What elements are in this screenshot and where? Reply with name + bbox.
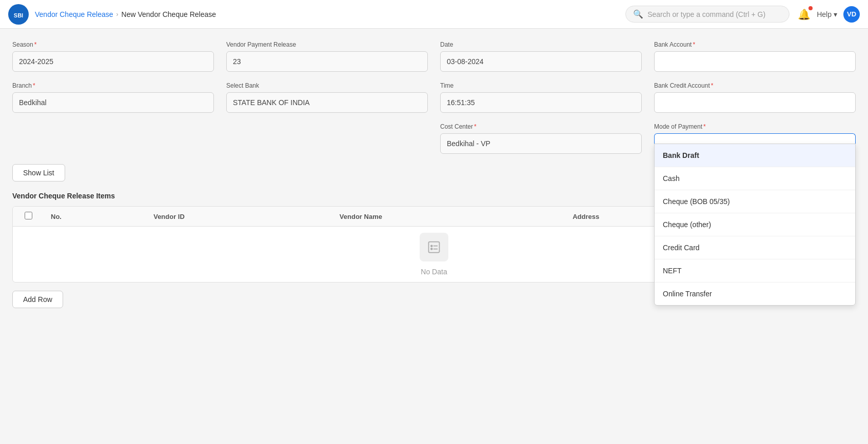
col-vendor-id: Vendor ID	[146, 207, 332, 227]
branch-input[interactable]	[12, 92, 214, 113]
form-row-2: Branch* Select Bank Time Bank Credit Acc…	[12, 82, 856, 113]
breadcrumb-separator: ›	[116, 11, 119, 18]
cost-center-input[interactable]	[440, 133, 642, 154]
dropdown-item-online-transfer[interactable]: Online Transfer	[655, 282, 855, 305]
date-label: Date	[440, 41, 642, 48]
vendor-payment-input[interactable]	[226, 51, 428, 72]
search-bar: 🔍	[625, 6, 790, 23]
dropdown-item-neft[interactable]: NEFT	[655, 259, 855, 282]
top-navigation: SBI Vendor Cheque Release › New Vendor C…	[0, 0, 868, 29]
bank-account-label: Bank Account*	[654, 41, 856, 48]
select-bank-field: Select Bank	[226, 82, 428, 113]
mode-of-payment-dropdown: Bank Draft Cash Cheque (BOB 05/35) Chequ…	[654, 144, 856, 306]
breadcrumb-current: New Vendor Cheque Release	[122, 10, 216, 18]
vendor-payment-field: Vendor Payment Release	[226, 41, 428, 72]
mode-of-payment-label: Mode of Payment*	[654, 123, 856, 130]
col-checkbox	[13, 207, 44, 227]
no-data-icon	[420, 233, 448, 261]
dropdown-item-cash[interactable]: Cash	[655, 167, 855, 190]
col-vendor-name: Vendor Name	[332, 207, 565, 227]
bank-account-field: Bank Account*	[654, 41, 856, 72]
help-menu[interactable]: Help ▾	[817, 10, 837, 18]
dropdown-item-cheque-other[interactable]: Cheque (other)	[655, 213, 855, 236]
main-content: Season* Vendor Payment Release Date Bank…	[0, 29, 868, 320]
notification-badge	[808, 6, 813, 10]
dropdown-item-bank-draft[interactable]: Bank Draft	[655, 144, 855, 167]
svg-point-5	[431, 248, 432, 250]
season-label: Season*	[12, 41, 214, 48]
bank-credit-account-label: Bank Credit Account*	[654, 82, 856, 89]
date-field: Date	[440, 41, 642, 72]
breadcrumb: Vendor Cheque Release › New Vendor Chequ…	[35, 10, 617, 18]
time-field: Time	[440, 82, 642, 113]
user-avatar[interactable]: VD	[843, 6, 860, 23]
dropdown-item-cheque-bob[interactable]: Cheque (BOB 05/35)	[655, 190, 855, 213]
bank-credit-account-input[interactable]	[654, 92, 856, 113]
svg-text:SBI: SBI	[14, 12, 23, 18]
bank-account-input[interactable]	[654, 51, 856, 72]
notification-bell[interactable]: 🔔	[798, 8, 811, 21]
branch-field: Branch*	[12, 82, 214, 113]
select-all-checkbox[interactable]	[25, 212, 32, 219]
help-label: Help	[817, 10, 832, 18]
search-icon: 🔍	[633, 9, 643, 19]
app-logo: SBI	[8, 4, 29, 25]
svg-point-3	[431, 245, 432, 247]
select-bank-label: Select Bank	[226, 82, 428, 89]
season-input[interactable]	[12, 51, 214, 72]
show-list-button[interactable]: Show List	[12, 164, 65, 181]
vendor-payment-label: Vendor Payment Release	[226, 41, 428, 48]
form-row-1: Season* Vendor Payment Release Date Bank…	[12, 41, 856, 72]
time-input[interactable]	[440, 92, 642, 113]
time-label: Time	[440, 82, 642, 89]
col-no: No.	[44, 207, 146, 227]
bank-credit-account-field: Bank Credit Account*	[654, 82, 856, 113]
chevron-down-icon: ▾	[834, 10, 837, 18]
cost-center-label: Cost Center*	[440, 123, 642, 130]
season-field: Season*	[12, 41, 214, 72]
mode-of-payment-field: Mode of Payment* Bank Draft Cash Cheque …	[654, 123, 856, 154]
add-row-button[interactable]: Add Row	[12, 291, 63, 308]
form-row-3: Cost Center* Mode of Payment* Bank Draft…	[12, 123, 856, 154]
select-bank-input[interactable]	[226, 92, 428, 113]
branch-label: Branch*	[12, 82, 214, 89]
cost-center-field: Cost Center*	[440, 123, 642, 154]
dropdown-item-credit-card[interactable]: Credit Card	[655, 236, 855, 259]
date-input[interactable]	[440, 51, 642, 72]
svg-rect-2	[429, 242, 440, 253]
search-input[interactable]	[647, 10, 782, 18]
breadcrumb-parent[interactable]: Vendor Cheque Release	[35, 10, 113, 18]
